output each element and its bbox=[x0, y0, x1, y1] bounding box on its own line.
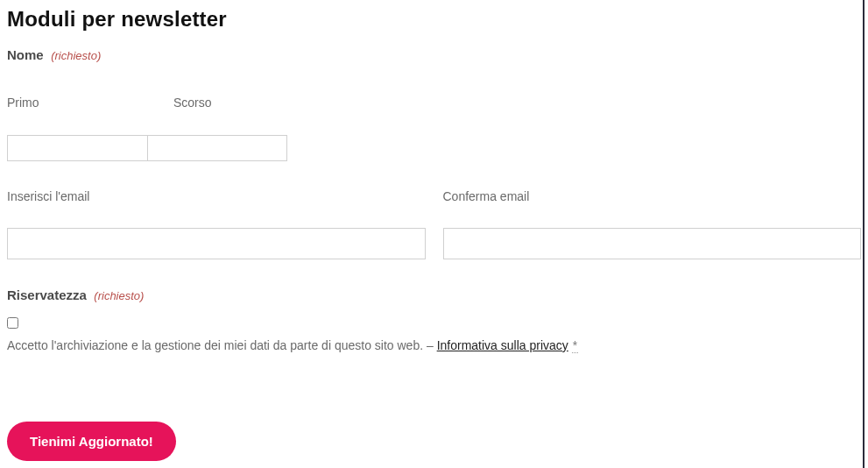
privacy-consent-line: Accetto l'archiviazione e la gestione de… bbox=[7, 338, 578, 353]
submit-wrap: Tienimi Aggiornato! bbox=[7, 422, 861, 461]
email-confirm-label: Conferma email bbox=[443, 189, 862, 203]
privacy-consent-block: Accetto l'archiviazione e la gestione de… bbox=[7, 317, 861, 353]
email-enter-col: Inserisci l'email bbox=[7, 189, 426, 259]
name-inputs bbox=[7, 135, 861, 161]
name-field-group: Nome (richiesto) Primo Scorso bbox=[7, 47, 861, 161]
email-enter-label: Inserisci l'email bbox=[7, 189, 426, 203]
required-asterisk: * bbox=[572, 338, 578, 353]
privacy-consent-text: Accetto l'archiviazione e la gestione de… bbox=[7, 338, 423, 352]
first-name-input[interactable] bbox=[7, 135, 147, 161]
submit-button[interactable]: Tienimi Aggiornato! bbox=[7, 422, 176, 461]
email-field-group: Inserisci l'email Conferma email bbox=[7, 189, 861, 259]
email-confirm-col: Conferma email bbox=[443, 189, 862, 259]
last-name-sublabel: Scorso bbox=[173, 96, 212, 110]
email-confirm-input[interactable] bbox=[443, 228, 862, 259]
first-name-sublabel: Primo bbox=[7, 96, 39, 110]
form-heading: Moduli per newsletter bbox=[7, 7, 861, 32]
privacy-label: Riservatezza bbox=[7, 287, 87, 302]
name-sublabels: Primo Scorso bbox=[7, 95, 861, 110]
content-right-border bbox=[863, 0, 864, 468]
name-required: (richiesto) bbox=[51, 49, 101, 62]
privacy-separator: – bbox=[423, 338, 437, 352]
email-enter-input[interactable] bbox=[7, 228, 426, 259]
name-label: Nome bbox=[7, 47, 44, 62]
privacy-policy-link[interactable]: Informativa sulla privacy bbox=[437, 338, 568, 352]
privacy-checkbox[interactable] bbox=[7, 317, 18, 329]
last-name-input[interactable] bbox=[147, 135, 287, 161]
privacy-required: (richiesto) bbox=[94, 289, 144, 302]
privacy-field-group: Riservatezza (richiesto) Accetto l'archi… bbox=[7, 287, 861, 353]
